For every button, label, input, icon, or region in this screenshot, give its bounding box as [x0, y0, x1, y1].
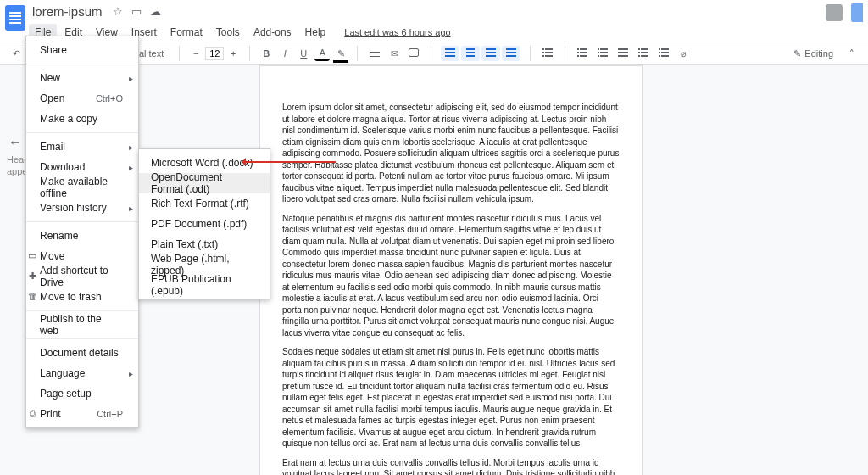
add-comment-icon[interactable]: ✉ [387, 47, 402, 61]
editing-mode-label: Editing [804, 48, 833, 59]
file-print-label: Print [40, 408, 61, 420]
download-rtf[interactable]: Rich Text Format (.rtf) [139, 193, 270, 214]
file-move-to-trash[interactable]: 🗑 Move to trash [26, 287, 138, 307]
file-print[interactable]: ⎙ Print Ctrl+P [26, 404, 138, 424]
hide-menus-icon[interactable]: ˄ [844, 47, 860, 61]
align-center-button[interactable] [461, 46, 480, 61]
file-add-shortcut-label: Add shortcut to Drive [40, 265, 123, 288]
file-open[interactable]: Open Ctrl+O [26, 88, 138, 109]
download-pdf[interactable]: PDF Document (.pdf) [139, 214, 270, 234]
file-language[interactable]: Language [26, 363, 138, 383]
doc-title[interactable]: lorem-ipsum [29, 4, 106, 19]
undo-icon[interactable]: ↶ [8, 47, 24, 61]
file-trash-label: Move to trash [40, 291, 102, 303]
document-page[interactable]: Lorem ipsum dolor sit amet, consectetur … [259, 65, 643, 475]
menu-tools[interactable]: Tools [210, 24, 246, 41]
comments-icon[interactable] [826, 4, 843, 21]
file-make-copy[interactable]: Make a copy [26, 109, 138, 129]
font-size-inc-icon[interactable]: + [225, 47, 241, 60]
trash-icon: 🗑 [27, 291, 37, 301]
annotation-arrow-icon [244, 161, 336, 163]
cloud-status-icon[interactable]: ☁ [148, 5, 163, 18]
bold-button[interactable]: B [259, 47, 274, 60]
doc-paragraph[interactable]: Erat nam at lectus urna duis convallis c… [282, 457, 620, 476]
file-rename[interactable]: Rename [26, 226, 138, 246]
text-color-button[interactable]: A [314, 47, 330, 61]
highlight-color-button[interactable]: ✎ [333, 47, 348, 61]
folder-icon: ▭ [27, 250, 37, 261]
file-document-details[interactable]: Document details [26, 343, 138, 363]
last-edit-link[interactable]: Last edit was 6 hours ago [338, 25, 456, 40]
file-page-setup[interactable]: Page setup [26, 383, 138, 404]
file-download[interactable]: Download [26, 157, 138, 177]
editing-mode-dropdown[interactable]: ✎ Editing [787, 46, 839, 62]
numbered-list-icon[interactable] [615, 47, 632, 60]
menu-addons[interactable]: Add-ons [248, 24, 298, 41]
checklist-icon[interactable] [574, 47, 591, 60]
underline-button[interactable]: U [296, 47, 311, 60]
print-icon: ⎙ [27, 408, 37, 418]
file-menu-dropdown: Share New Open Ctrl+O Make a copy Email … [25, 36, 139, 428]
file-add-shortcut[interactable]: ✚ Add shortcut to Drive [26, 266, 138, 287]
share-button[interactable] [851, 3, 863, 22]
pencil-icon: ✎ [793, 48, 801, 59]
doc-paragraph[interactable]: Sodales neque sodales ut etiam sit amet … [282, 346, 620, 450]
docs-logo-icon[interactable] [5, 5, 25, 31]
font-size-dec-icon[interactable]: − [188, 47, 203, 60]
file-open-label: Open [40, 92, 64, 104]
download-odt[interactable]: OpenDocument Format (.odt) [139, 173, 270, 193]
indent-decrease-icon[interactable] [635, 47, 652, 60]
file-print-shortcut: Ctrl+P [97, 409, 123, 419]
bulleted-list-icon[interactable] [594, 47, 611, 60]
file-open-shortcut: Ctrl+O [96, 93, 123, 103]
move-folder-icon[interactable]: ▭ [130, 5, 143, 18]
download-docx[interactable]: Microsoft Word (.docx) [139, 153, 270, 173]
file-email[interactable]: Email [26, 137, 138, 157]
file-share[interactable]: Share [26, 40, 138, 60]
insert-link-icon[interactable] [366, 47, 383, 60]
clear-formatting-icon[interactable]: ⌀ [676, 47, 691, 61]
insert-image-icon[interactable] [405, 47, 422, 60]
align-justify-button[interactable] [502, 46, 520, 61]
download-submenu: Microsoft Word (.docx) OpenDocument Form… [138, 148, 270, 299]
align-left-button[interactable] [441, 46, 459, 61]
file-move-label: Move [40, 250, 64, 262]
font-size-stepper[interactable]: − + [188, 47, 241, 60]
download-epub[interactable]: EPUB Publication (.epub) [139, 275, 270, 295]
star-icon[interactable]: ☆ [111, 5, 125, 18]
font-size-input[interactable] [205, 47, 224, 60]
download-html[interactable]: Web Page (.html, zipped) [139, 254, 270, 275]
download-txt[interactable]: Plain Text (.txt) [139, 234, 270, 254]
file-new[interactable]: New [26, 68, 138, 88]
italic-button[interactable]: I [277, 47, 292, 60]
menu-help[interactable]: Help [299, 24, 332, 41]
shortcut-icon: ✚ [27, 271, 37, 282]
indent-increase-icon[interactable] [655, 47, 672, 60]
menu-format[interactable]: Format [164, 24, 209, 41]
file-move[interactable]: ▭ Move [26, 246, 138, 266]
file-make-offline[interactable]: Make available offline [26, 177, 138, 198]
line-spacing-icon[interactable] [539, 47, 556, 60]
file-publish[interactable]: Publish to the web [26, 315, 138, 335]
doc-paragraph[interactable]: Natoque penatibus et magnis dis parturie… [282, 213, 620, 339]
doc-paragraph[interactable]: Lorem ipsum dolor sit amet, consectetur … [282, 102, 620, 205]
file-version-history[interactable]: Version history [26, 198, 138, 218]
align-right-button[interactable] [481, 46, 500, 61]
outline-back-icon[interactable]: ← [8, 135, 22, 150]
